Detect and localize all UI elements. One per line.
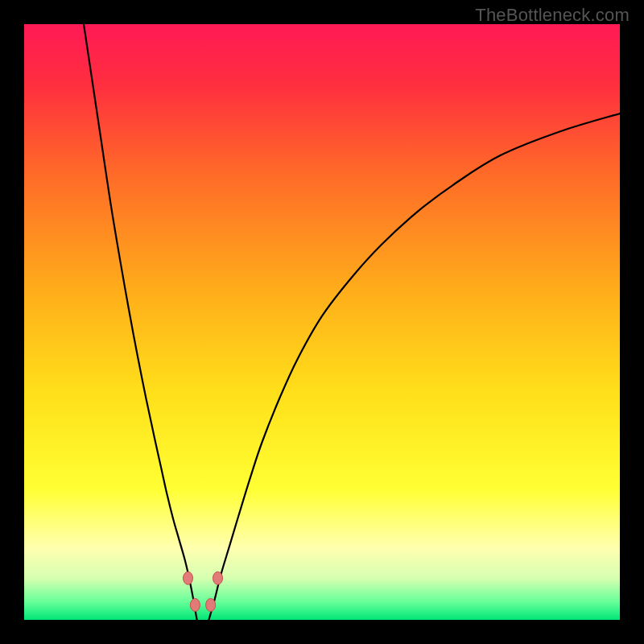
marker-1 (213, 572, 223, 584)
plot-area (24, 24, 620, 620)
watermark-text: TheBottleneck.com (475, 5, 630, 26)
marker-2 (190, 599, 200, 612)
gradient-background (24, 24, 620, 620)
chart-frame: TheBottleneck.com (0, 0, 644, 644)
bottleneck-chart (24, 24, 620, 620)
marker-3 (206, 599, 216, 612)
marker-0 (184, 572, 193, 584)
